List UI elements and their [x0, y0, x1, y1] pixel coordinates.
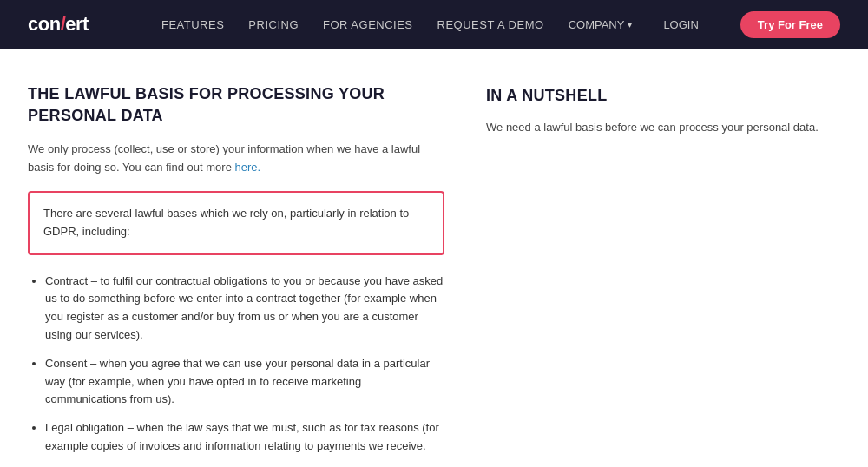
highlighted-text: There are several lawful bases which we …: [43, 205, 429, 241]
list-item: Consent – when you agree that we can use…: [45, 355, 444, 409]
nav-features[interactable]: FEATURES: [161, 18, 224, 31]
navbar: con/ert FEATURES PRICING FOR AGENCIES RE…: [0, 0, 868, 49]
intro-text: We only process (collect, use or store) …: [28, 142, 420, 174]
right-column: IN A NUTSHELL We need a lawful basis bef…: [486, 83, 840, 467]
page-content: THE LAWFUL BASIS FOR PROCESSING YOUR PER…: [0, 49, 868, 467]
chevron-down-icon: ▾: [628, 20, 632, 30]
nav-links: FEATURES PRICING FOR AGENCIES REQUEST A …: [161, 11, 840, 38]
highlighted-box: There are several lawful bases which we …: [28, 191, 444, 255]
try-for-free-button[interactable]: Try For Free: [740, 11, 840, 38]
nav-demo[interactable]: REQUEST A DEMO: [437, 18, 544, 31]
nav-pricing[interactable]: PRICING: [248, 18, 299, 31]
basis-list: Contract – to fulfil our contractual obl…: [28, 273, 444, 467]
nav-login[interactable]: LOGIN: [663, 18, 698, 31]
main-heading: THE LAWFUL BASIS FOR PROCESSING YOUR PER…: [28, 83, 444, 127]
nav-company-label: COMPANY: [569, 18, 625, 31]
nutshell-heading: IN A NUTSHELL: [486, 87, 840, 105]
nav-agencies[interactable]: FOR AGENCIES: [323, 18, 413, 31]
logo[interactable]: con/ert: [28, 13, 89, 36]
nav-company-dropdown[interactable]: COMPANY ▾: [569, 18, 633, 31]
list-item: Legal obligation – when the law says tha…: [45, 419, 444, 456]
intro-link[interactable]: here.: [235, 161, 261, 174]
nutshell-text: We need a lawful basis before we can pro…: [486, 119, 840, 137]
intro-paragraph: We only process (collect, use or store) …: [28, 141, 444, 177]
left-column: THE LAWFUL BASIS FOR PROCESSING YOUR PER…: [28, 83, 444, 467]
list-item: Contract – to fulfil our contractual obl…: [45, 273, 444, 345]
